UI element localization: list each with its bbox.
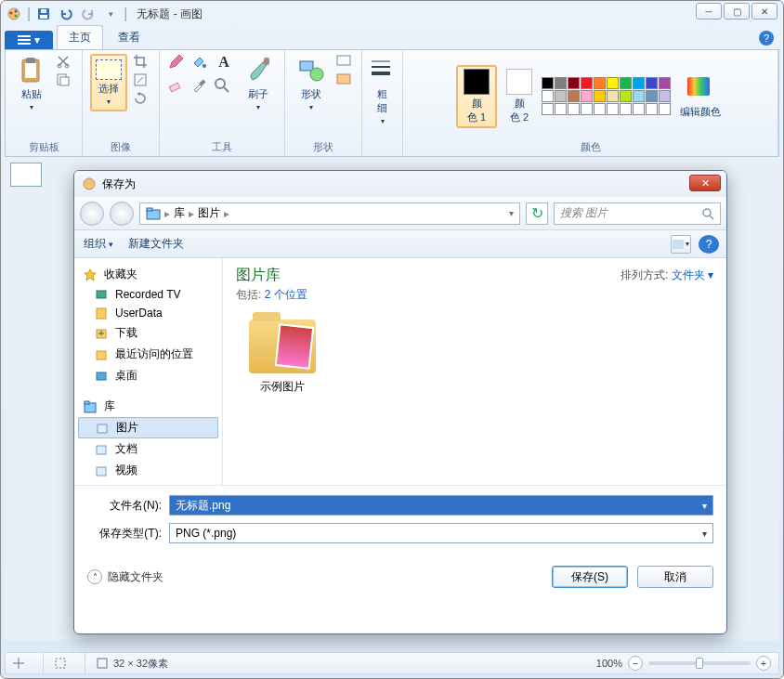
file-menu[interactable]: ▾ — [5, 31, 53, 49]
palette-color[interactable] — [607, 90, 619, 102]
palette-color[interactable] — [568, 103, 580, 115]
view-mode-button[interactable]: ▾ — [671, 235, 691, 254]
tree-item[interactable]: 下载 — [78, 322, 218, 344]
maximize-button[interactable]: ▢ — [724, 3, 750, 20]
pencil-icon[interactable] — [167, 54, 188, 74]
thickness-button[interactable]: 粗 细 ▾ — [364, 54, 401, 127]
color2-button[interactable]: 颜 色 2 — [503, 67, 536, 126]
palette-color[interactable] — [646, 90, 658, 102]
palette-color[interactable] — [581, 103, 593, 115]
tab-home[interactable]: 主页 — [57, 25, 103, 49]
palette-color[interactable] — [581, 77, 593, 89]
svg-rect-22 — [337, 56, 350, 65]
palette-color[interactable] — [542, 77, 554, 89]
palette-color[interactable] — [620, 90, 632, 102]
palette-color[interactable] — [620, 77, 632, 89]
palette-color[interactable] — [542, 90, 554, 102]
palette-color[interactable] — [581, 90, 593, 102]
filename-input[interactable]: 无标题.png▾ — [169, 495, 713, 516]
select-button[interactable]: 选择 ▾ — [90, 54, 127, 111]
fill-icon[interactable] — [190, 54, 211, 74]
tree-item[interactable]: 视频 — [78, 460, 218, 481]
outline-icon[interactable] — [335, 54, 354, 71]
fill-shape-icon[interactable] — [335, 72, 354, 89]
eyedropper-icon[interactable] — [190, 77, 211, 98]
refresh-button[interactable]: ↻ — [526, 202, 548, 225]
location-bar[interactable]: ▸ 库 ▸ 图片 ▸ ▾ — [139, 202, 520, 225]
arrange-link[interactable]: 文件夹 ▾ — [672, 268, 713, 281]
palette-color[interactable] — [659, 77, 671, 89]
palette-color[interactable] — [633, 103, 645, 115]
paste-button[interactable]: 粘贴 ▾ — [13, 54, 50, 113]
tree-item[interactable]: 最近访问的位置 — [78, 344, 218, 365]
cancel-button[interactable]: 取消 — [637, 566, 713, 588]
dialog-help-icon[interactable]: ? — [699, 235, 719, 254]
crop-icon[interactable] — [133, 54, 151, 71]
path-folder[interactable]: 图片 — [198, 205, 220, 221]
qat-dropdown-icon[interactable]: ▾ — [101, 5, 120, 23]
text-icon[interactable]: A — [214, 54, 234, 74]
new-folder-button[interactable]: 新建文件夹 — [128, 236, 184, 252]
tree-libraries[interactable]: 库 — [78, 396, 218, 417]
palette-color[interactable] — [659, 90, 671, 102]
magnifier-icon[interactable] — [214, 77, 234, 98]
color1-button[interactable]: 颜 色 1 — [456, 65, 497, 128]
palette-color[interactable] — [594, 77, 606, 89]
tree-item[interactable]: 图片 — [78, 417, 218, 438]
save-icon[interactable] — [34, 5, 53, 23]
tree-item[interactable]: Recorded TV — [78, 285, 218, 304]
palette-color[interactable] — [542, 103, 554, 115]
brushes-button[interactable]: 刷子 ▾ — [240, 54, 277, 113]
tree-item[interactable]: UserData — [78, 304, 218, 322]
palette-color[interactable] — [620, 103, 632, 115]
palette-color[interactable] — [607, 77, 619, 89]
hide-folders-toggle[interactable]: ˄隐藏文件夹 — [87, 569, 163, 585]
copy-icon[interactable] — [56, 72, 74, 89]
nav-back-button[interactable] — [80, 202, 104, 226]
palette-color[interactable] — [607, 103, 619, 115]
zoom-in-button[interactable]: + — [756, 656, 771, 671]
cut-icon[interactable] — [56, 54, 74, 71]
includes-link[interactable]: 2 个位置 — [265, 288, 307, 301]
tree-favorites[interactable]: 收藏夹 — [78, 264, 218, 285]
chevron-down-icon[interactable]: ▾ — [509, 208, 514, 218]
eraser-icon[interactable] — [167, 77, 188, 98]
palette-color[interactable] — [633, 77, 645, 89]
folder-sample-pictures[interactable]: 示例图片 — [236, 320, 329, 395]
palette-color[interactable] — [555, 90, 567, 102]
minimize-button[interactable]: ─ — [696, 3, 722, 20]
redo-icon[interactable] — [79, 5, 98, 23]
tab-view[interactable]: 查看 — [107, 26, 151, 49]
close-button[interactable]: ✕ — [751, 3, 777, 20]
palette-color[interactable] — [633, 90, 645, 102]
organize-menu[interactable]: 组织 ▾ — [84, 236, 113, 252]
palette-color[interactable] — [568, 90, 580, 102]
path-root[interactable]: 库 — [174, 205, 185, 221]
palette-color[interactable] — [555, 103, 567, 115]
search-input[interactable]: 搜索 图片 — [554, 202, 721, 225]
resize-icon[interactable] — [133, 72, 151, 89]
palette-color[interactable] — [659, 103, 671, 115]
palette-color[interactable] — [568, 77, 580, 89]
nav-forward-button[interactable] — [110, 202, 134, 226]
canvas[interactable] — [10, 163, 42, 187]
edit-colors-button[interactable]: 编辑颜色 — [676, 72, 725, 121]
filetype-select[interactable]: PNG (*.png)▾ — [169, 523, 713, 543]
color-palette[interactable] — [542, 77, 671, 115]
palette-color[interactable] — [646, 77, 658, 89]
nav-tree[interactable]: 收藏夹 Recorded TVUserData下载最近访问的位置桌面 库 图片文… — [74, 258, 223, 485]
tree-item[interactable]: 桌面 — [78, 365, 218, 386]
palette-color[interactable] — [555, 77, 567, 89]
tree-item[interactable]: 文档 — [78, 438, 218, 460]
save-button[interactable]: 保存(S) — [552, 566, 628, 588]
shapes-button[interactable]: 形状 ▾ — [293, 54, 330, 113]
zoom-slider[interactable] — [648, 661, 751, 665]
palette-color[interactable] — [646, 103, 658, 115]
help-icon[interactable]: ? — [759, 31, 774, 46]
palette-color[interactable] — [594, 103, 606, 115]
palette-color[interactable] — [594, 90, 606, 102]
zoom-out-button[interactable]: − — [628, 656, 643, 671]
rotate-icon[interactable] — [133, 91, 151, 108]
undo-icon[interactable] — [57, 5, 75, 23]
dialog-close-button[interactable]: ✕ — [689, 175, 721, 191]
